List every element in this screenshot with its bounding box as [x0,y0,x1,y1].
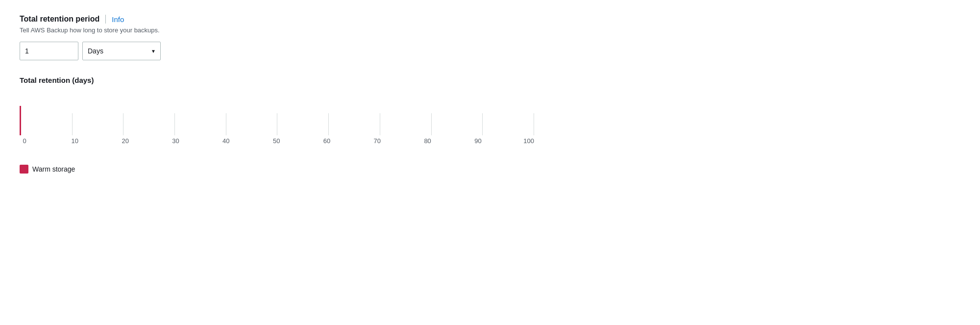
label-0: 0 [20,137,29,145]
chart-title: Total retention (days) [20,76,568,84]
tick-bar-60 [328,113,329,135]
section-title: Total retention period [20,15,99,24]
retention-number-input[interactable] [20,42,78,60]
tick-10 [72,113,73,135]
chart-container: 0 10 20 30 40 50 60 70 80 90 100 [20,96,534,155]
label-60: 60 [322,137,332,145]
tick-bar-10 [72,113,73,135]
label-100: 100 [523,137,534,145]
warm-storage-label: Warm storage [32,165,75,173]
tick-90 [482,113,483,135]
tick-50 [277,113,277,135]
label-20: 20 [121,137,130,145]
tick-0 [20,106,21,135]
tick-20 [123,113,123,135]
unit-select-wrapper: Days Weeks Months Years ▼ [82,42,161,60]
tick-bar-20 [123,113,123,135]
tick-30 [174,113,175,135]
header-row: Total retention period Info [20,15,568,24]
input-row: Days Weeks Months Years ▼ [20,42,568,60]
tick-60 [328,113,329,135]
tick-bar-warm-0 [20,106,21,135]
label-90: 90 [473,137,483,145]
tick-bar-90 [482,113,483,135]
tick-70 [380,113,380,135]
tick-bar-70 [380,113,380,135]
tick-bar-30 [174,113,175,135]
chart-ticks [20,96,534,135]
chart-legend: Warm storage [20,165,568,174]
title-divider [105,15,106,24]
label-50: 50 [271,137,281,145]
main-container: Total retention period Info Tell AWS Bac… [0,0,588,188]
tick-bar-50 [277,113,277,135]
tick-bar-80 [431,113,432,135]
info-link[interactable]: Info [112,15,124,24]
tick-bar-40 [226,113,226,135]
chart-x-labels: 0 10 20 30 40 50 60 70 80 90 100 [20,137,534,145]
label-70: 70 [372,137,382,145]
label-30: 30 [171,137,180,145]
label-40: 40 [221,137,231,145]
tick-40 [226,113,226,135]
tick-80 [431,113,432,135]
unit-select[interactable]: Days Weeks Months Years [82,42,161,60]
label-80: 80 [423,137,433,145]
warm-storage-color-swatch [20,165,28,174]
subtitle: Tell AWS Backup how long to store your b… [20,26,568,34]
tick-100 [534,113,534,135]
tick-bar-100 [534,113,534,135]
label-10: 10 [70,137,80,145]
